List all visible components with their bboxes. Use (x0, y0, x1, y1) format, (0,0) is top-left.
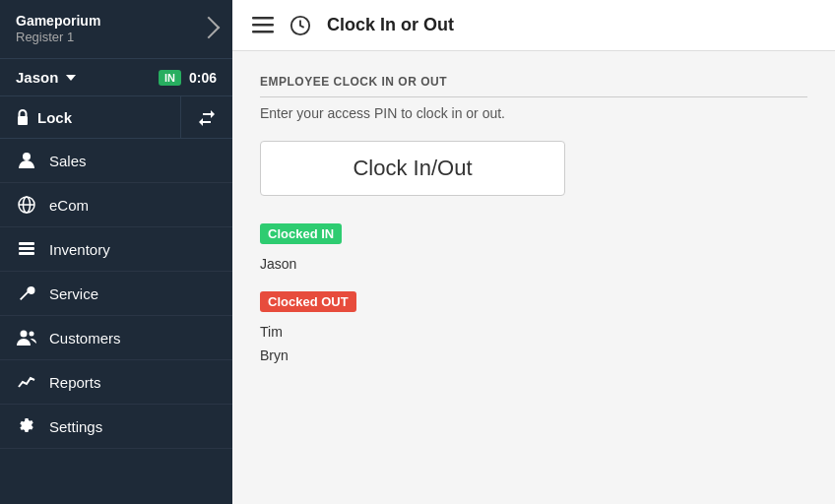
sidebar-header: Gameporium Register 1 (0, 0, 232, 59)
topbar-title: Clock In or Out (327, 15, 454, 35)
globe-icon (16, 196, 37, 214)
customers-icon (16, 329, 37, 346)
svg-point-8 (21, 331, 28, 338)
svg-point-9 (30, 332, 34, 337)
user-row: Jason IN 0:06 (0, 59, 232, 96)
sales-icon (16, 152, 37, 169)
nav-item-reports[interactable]: Reports (0, 360, 232, 405)
switch-user-button[interactable] (181, 96, 232, 138)
app-name: Gameporium (16, 12, 100, 30)
lock-row: Lock (0, 96, 232, 139)
nav-settings-label: Settings (49, 418, 102, 435)
svg-rect-12 (252, 24, 274, 27)
reports-icon (16, 373, 37, 391)
nav-inventory-label: Inventory (49, 241, 110, 258)
clocked-in-employee-0: Jason (260, 252, 807, 276)
svg-rect-7 (19, 252, 34, 255)
nav-item-sales[interactable]: Sales (0, 139, 232, 183)
settings-icon (16, 417, 37, 435)
clocked-out-badge: Clocked OUT (260, 291, 356, 312)
clock-time: 0:06 (189, 70, 217, 86)
nav-service-label: Service (49, 285, 98, 302)
clock-inout-placeholder: Clock In/Out (353, 156, 472, 181)
instructions-text: Enter your access PIN to clock in or out… (260, 105, 807, 121)
lock-icon (16, 108, 30, 126)
topbar: Clock In or Out (232, 0, 835, 51)
svg-rect-11 (252, 17, 274, 20)
sidebar: Gameporium Register 1 Jason IN 0:06 Lock (0, 0, 232, 504)
user-name-label: Jason (16, 69, 58, 86)
nav-item-inventory[interactable]: Inventory (0, 227, 232, 272)
clocked-in-section: Clocked IN Jason (260, 223, 807, 276)
clocked-out-employee-0: Tim (260, 320, 807, 344)
hamburger-menu[interactable] (252, 17, 274, 34)
clocked-out-employee-1: Bryn (260, 344, 807, 367)
nav-sales-label: Sales (49, 153, 87, 169)
nav-ecom-label: eCom (49, 197, 89, 214)
expand-icon[interactable] (201, 20, 217, 39)
content-area: EMPLOYEE CLOCK IN OR OUT Enter your acce… (232, 51, 835, 504)
app-title: Gameporium Register 1 (16, 12, 100, 46)
main-content: Clock In or Out EMPLOYEE CLOCK IN OR OUT… (232, 0, 835, 504)
clocked-in-badge: Clocked IN (260, 223, 342, 244)
pin-input[interactable]: Clock In/Out (260, 141, 565, 196)
svg-rect-13 (252, 31, 274, 33)
user-name[interactable]: Jason (16, 69, 151, 86)
svg-rect-6 (19, 247, 34, 250)
clock-icon (289, 15, 311, 36)
nav-item-service[interactable]: Service (0, 272, 232, 316)
nav-item-ecom[interactable]: eCom (0, 183, 232, 227)
nav-reports-label: Reports (49, 374, 101, 391)
clocked-out-section: Clocked OUT Tim Bryn (260, 291, 807, 367)
svg-rect-5 (19, 242, 34, 245)
switch-user-icon (197, 108, 217, 126)
lock-button[interactable]: Lock (0, 96, 180, 138)
inventory-icon (16, 240, 37, 258)
svg-rect-0 (18, 116, 28, 125)
lock-label: Lock (37, 109, 72, 126)
wrench-icon (16, 284, 37, 302)
section-header: EMPLOYEE CLOCK IN OR OUT (260, 75, 807, 97)
nav-item-settings[interactable]: Settings (0, 405, 232, 449)
app-subtitle: Register 1 (16, 30, 100, 46)
status-badge: IN (159, 70, 181, 86)
svg-point-1 (23, 153, 31, 160)
user-dropdown-icon[interactable] (66, 75, 76, 81)
nav-item-customers[interactable]: Customers (0, 316, 232, 360)
nav-customers-label: Customers (49, 330, 121, 346)
